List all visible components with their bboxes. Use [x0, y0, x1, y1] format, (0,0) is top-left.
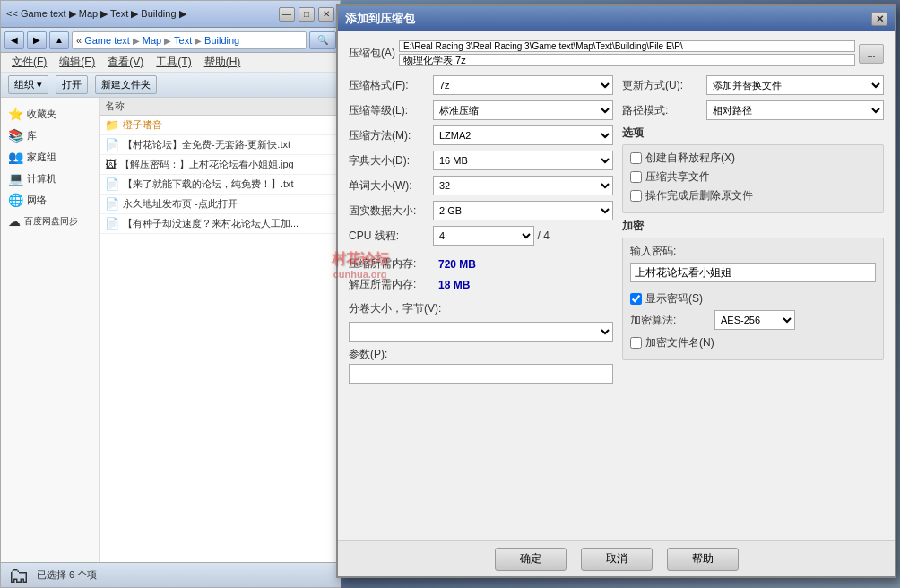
txt-icon: 📄	[105, 138, 119, 151]
sidebar-item-favorites[interactable]: ⭐ 收藏夹	[4, 103, 95, 125]
menu-help[interactable]: 帮助(H)	[199, 53, 247, 72]
show-password-checkbox[interactable]	[630, 293, 642, 305]
list-item[interactable]: 📄 【来了就能下载的论坛，纯免费！】.txt	[100, 175, 340, 195]
encryption-section: 加密 输入密码: 显示密码(S) 加密算法:	[622, 219, 884, 360]
sidebar-item-homegroup[interactable]: 👥 家庭组	[4, 146, 95, 168]
cancel-btn[interactable]: 取消	[581, 548, 653, 571]
list-item[interactable]: 🖼 【解压密码：】上村花论坛看小姐姐.jpg	[100, 155, 340, 175]
dialog-columns: 压缩格式(F): 7zziptargzbz2xz 压缩等级(L): 存储最快压缩…	[349, 75, 884, 389]
explorer-titlebar: << Game text ▶ Map ▶ Text ▶ Building ▶ —…	[1, 1, 340, 28]
dict-select[interactable]: 1 MB2 MB4 MB8 MB16 MB32 MB64 MB	[433, 151, 613, 170]
mem-compress-value: 720 MB	[438, 258, 476, 271]
sidebar-item-library[interactable]: 📚 库	[4, 125, 95, 146]
mem-compress-row: 压缩所需内存: 720 MB	[349, 256, 613, 272]
archive-name-input[interactable]	[399, 54, 855, 66]
mem-decompress-label: 解压所需内存:	[349, 277, 438, 292]
explorer-menu: 文件(F) 编辑(E) 查看(V) 工具(T) 帮助(H)	[1, 53, 340, 73]
params-input[interactable]	[349, 364, 613, 384]
enc-filename-checkbox[interactable]	[630, 337, 642, 349]
menu-edit[interactable]: 编辑(E)	[54, 53, 100, 72]
network-label: 网络	[27, 194, 47, 207]
help-btn[interactable]: 帮助	[667, 548, 739, 571]
opt-sfx-label[interactable]: 创建自释放程序(X)	[645, 151, 735, 166]
explorer-close-btn[interactable]: ✕	[318, 7, 334, 22]
options-title: 选项	[622, 125, 884, 141]
opt-delete-label[interactable]: 操作完成后删除原文件	[645, 188, 753, 203]
word-select[interactable]: 8163264128256	[433, 176, 613, 195]
nav-forward-btn[interactable]: ▶	[27, 31, 47, 49]
enc-filename-label[interactable]: 加密文件名(N)	[645, 335, 714, 350]
menu-view[interactable]: 查看(V)	[102, 53, 149, 72]
file-name: 橙子嗜音	[123, 118, 162, 132]
nav-up-btn[interactable]: ▲	[49, 31, 69, 49]
update-select[interactable]: 添加并替换文件更新并添加文件仅更新现有文件同步压缩包内容	[706, 75, 884, 95]
list-item[interactable]: 📄 【有种子却没速度？来村花论坛人工加...	[100, 214, 340, 234]
dialog-footer: 确定 取消 帮助	[338, 540, 895, 576]
file-list[interactable]: 名称 📁 橙子嗜音 📄 【村花论坛】全免费-无套路-更新快.txt 🖼 【解压密…	[100, 98, 340, 564]
nav-search-btn[interactable]: 🔍	[309, 31, 336, 49]
split-row: 分卷大小，字节(V):	[349, 301, 613, 316]
path-label: 路径模式:	[622, 103, 703, 118]
breadcrumb-text: « Game text ▶ Map ▶ Text ▶ Building	[76, 35, 239, 46]
enc-algo-select[interactable]: AES-256ZipCrypto	[714, 310, 795, 330]
show-password-label[interactable]: 显示密码(S)	[645, 291, 703, 307]
organize-btn[interactable]: 组织 ▾	[8, 75, 48, 94]
sidebar-item-network[interactable]: 🌐 网络	[4, 189, 95, 211]
homegroup-label: 家庭组	[27, 151, 56, 164]
method-select[interactable]: LZMA2LZMAPPMdBZip2	[433, 125, 613, 145]
mem-decompress-value: 18 MB	[438, 279, 470, 291]
sidebar-item-baidu[interactable]: ☁ 百度网盘同步	[4, 211, 95, 232]
computer-label: 计算机	[27, 172, 56, 186]
dialog-add-archive: 添加到压缩包 ✕ 压缩包(A) ... 压缩格式(F): 7zziptargzb…	[336, 4, 896, 578]
ok-btn[interactable]: 确定	[495, 548, 567, 571]
update-row: 更新方式(U): 添加并替换文件更新并添加文件仅更新现有文件同步压缩包内容	[622, 75, 884, 95]
split-select[interactable]	[349, 322, 613, 342]
cpu-select[interactable]: 1234	[433, 226, 534, 246]
archive-path-label: 压缩包(A)	[349, 46, 395, 61]
new-folder-btn[interactable]: 新建文件夹	[95, 75, 157, 94]
favorites-label: 收藏夹	[27, 108, 56, 121]
explorer-maximize-btn[interactable]: □	[299, 7, 315, 22]
breadcrumb[interactable]: « Game text ▶ Map ▶ Text ▶ Building	[72, 31, 307, 49]
menu-file[interactable]: 文件(F)	[6, 53, 52, 72]
archive-path-input[interactable]	[399, 40, 855, 52]
method-label: 压缩方法(M):	[349, 128, 429, 143]
cpu-label: CPU 线程:	[349, 229, 429, 244]
opt-delete-checkbox[interactable]	[630, 190, 642, 202]
browse-btn[interactable]: ...	[859, 44, 884, 64]
opt-shared-checkbox[interactable]	[630, 171, 642, 183]
nav-back-btn[interactable]: ◀	[4, 31, 24, 49]
explorer-minimize-btn[interactable]: —	[279, 7, 295, 22]
list-item[interactable]: 📄 【村花论坛】全免费-无套路-更新快.txt	[100, 135, 340, 155]
archive-path-row: 压缩包(A) ...	[349, 40, 884, 66]
split-label: 分卷大小，字节(V):	[349, 301, 441, 316]
dialog-close-btn[interactable]: ✕	[871, 12, 887, 26]
level-select[interactable]: 存储最快压缩快速压缩标准压缩最大压缩极限压缩	[433, 100, 613, 120]
dict-label: 字典大小(D):	[349, 153, 429, 169]
enc-password-input[interactable]	[630, 263, 876, 282]
list-item[interactable]: 📁 橙子嗜音	[100, 116, 340, 135]
solid-select[interactable]: 64 MB128 MB256 MB1 GB2 GB4 GB	[433, 201, 613, 220]
open-btn[interactable]: 打开	[56, 75, 88, 94]
opt-delete-row: 操作完成后删除原文件	[630, 188, 876, 203]
format-select[interactable]: 7zziptargzbz2xz	[433, 75, 613, 95]
list-item[interactable]: 📄 永久地址发布页 -点此打开	[100, 195, 340, 214]
baidu-icon: ☁	[8, 214, 21, 229]
file-name: 【有种子却没速度？来村花论坛人工加...	[123, 217, 299, 230]
dialog-right: 更新方式(U): 添加并替换文件更新并添加文件仅更新现有文件同步压缩包内容 路径…	[622, 75, 884, 389]
encrypt-title: 加密	[622, 219, 884, 234]
enc-filename-row: 加密文件名(N)	[630, 335, 876, 350]
solid-label: 固实数据大小:	[349, 203, 429, 219]
word-label: 单词大小(W):	[349, 178, 429, 194]
jpg-icon: 🖼	[105, 158, 117, 171]
column-name: 名称	[105, 99, 125, 113]
opt-sfx-checkbox[interactable]	[630, 152, 642, 164]
method-row: 压缩方法(M): LZMA2LZMAPPMdBZip2	[349, 125, 613, 145]
file-icon3: 📄	[105, 217, 119, 230]
favorites-icon: ⭐	[8, 107, 23, 121]
path-select[interactable]: 相对路径绝对路径无路径	[706, 100, 884, 120]
dict-row: 字典大小(D): 1 MB2 MB4 MB8 MB16 MB32 MB64 MB	[349, 151, 613, 170]
menu-tools[interactable]: 工具(T)	[151, 53, 196, 72]
sidebar-item-computer[interactable]: 💻 计算机	[4, 168, 95, 189]
opt-shared-label[interactable]: 压缩共享文件	[645, 169, 710, 185]
